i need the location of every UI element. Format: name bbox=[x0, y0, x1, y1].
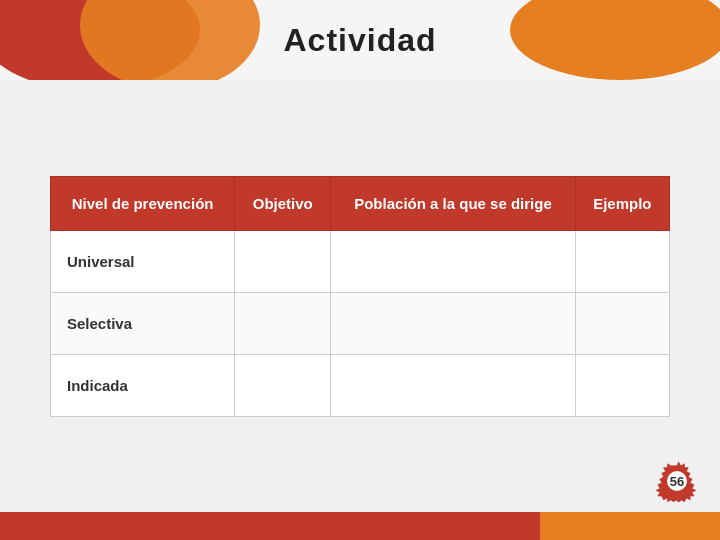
table-row: Universal bbox=[51, 230, 670, 292]
cell-objetivo-1 bbox=[235, 292, 331, 354]
cell-poblacion-0 bbox=[331, 230, 575, 292]
page-title: Actividad bbox=[283, 22, 436, 59]
main-content: Nivel de prevención Objetivo Población a… bbox=[0, 80, 720, 512]
col-header-objetivo: Objetivo bbox=[235, 176, 331, 230]
cell-objetivo-0 bbox=[235, 230, 331, 292]
top-header: Actividad bbox=[0, 0, 720, 80]
page-badge: 56 bbox=[656, 460, 698, 502]
table-row: Selectiva bbox=[51, 292, 670, 354]
table-header-row: Nivel de prevención Objetivo Población a… bbox=[51, 176, 670, 230]
cell-nivel-2: Indicada bbox=[51, 354, 235, 416]
page-number: 56 bbox=[670, 474, 684, 489]
cell-nivel-0: Universal bbox=[51, 230, 235, 292]
cell-ejemplo-2 bbox=[575, 354, 669, 416]
cell-ejemplo-1 bbox=[575, 292, 669, 354]
cell-objetivo-2 bbox=[235, 354, 331, 416]
col-header-nivel: Nivel de prevención bbox=[51, 176, 235, 230]
bottom-bar-red bbox=[0, 512, 540, 540]
cell-poblacion-1 bbox=[331, 292, 575, 354]
activity-table: Nivel de prevención Objetivo Población a… bbox=[50, 176, 670, 417]
cell-ejemplo-0 bbox=[575, 230, 669, 292]
cell-poblacion-2 bbox=[331, 354, 575, 416]
cell-nivel-1: Selectiva bbox=[51, 292, 235, 354]
gear-badge: 56 bbox=[656, 460, 698, 502]
bottom-bar-orange bbox=[540, 512, 720, 540]
col-header-ejemplo: Ejemplo bbox=[575, 176, 669, 230]
title-bar: Actividad bbox=[0, 0, 720, 80]
bottom-bar bbox=[0, 512, 720, 540]
table-row: Indicada bbox=[51, 354, 670, 416]
col-header-poblacion: Población a la que se dirige bbox=[331, 176, 575, 230]
